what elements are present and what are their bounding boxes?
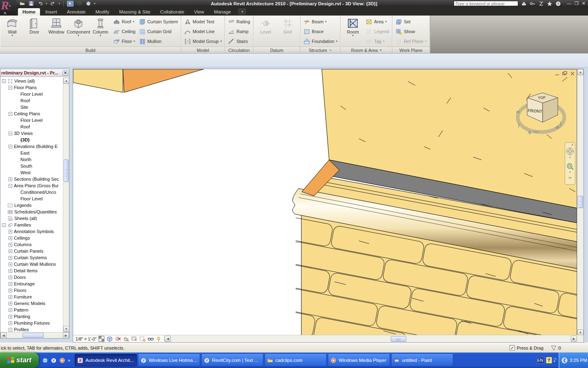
reveal-hidden-icon[interactable] [156,336,162,342]
floor-button[interactable]: Floor▾ [112,38,136,45]
task-cadclips-com[interactable]: cadclips.com [265,354,327,366]
crop-view-icon[interactable] [131,336,137,342]
tree-item-annotation-symbols[interactable]: +Annotation Symbols [0,228,63,235]
collapse-icon[interactable]: − [2,223,6,227]
tree-item-south[interactable]: South [0,163,63,169]
minimize-button[interactable]: — [567,1,571,6]
quick-launch-ie-globe-icon[interactable] [42,357,48,364]
binoculars-icon[interactable] [521,1,527,7]
tree-item-families[interactable]: −Families [0,222,63,228]
box3d-icon[interactable] [85,1,91,7]
expand-icon[interactable]: + [9,243,12,247]
roof-button[interactable]: Roof▾ [112,18,136,26]
model-graphics-style-icon[interactable] [107,336,113,342]
press-and-drag-toggle[interactable]: ✓ Press & Drag [510,345,543,350]
panel-title-model[interactable]: Model [181,47,225,53]
navbar-expand-icon[interactable]: ▾▾ [568,176,571,180]
tree-item-floor-level[interactable]: Floor Level [0,117,63,123]
tab-insert[interactable]: Insert [41,8,62,16]
canvas-horizontal-scrollbar[interactable]: ◀ |||| ▶ [165,336,584,342]
key-icon[interactable] [530,1,536,7]
panel-title-datum[interactable]: Datum [254,47,300,53]
tree-item-sections-building-sec[interactable]: +Sections (Building Sec [0,176,63,182]
steering-wheel-icon[interactable] [566,147,575,156]
redo-icon[interactable] [50,1,56,7]
expand-icon[interactable]: + [9,289,12,292]
undo-icon[interactable] [37,1,43,7]
selection-filter[interactable]: :0 [551,345,561,351]
start-button[interactable]: start [0,352,39,368]
wall-button[interactable]: Wall▾ [1,16,23,47]
model-text-button[interactable]: Model Text [183,18,223,26]
column-button[interactable]: Column▾ [89,16,111,47]
expand-icon[interactable]: + [9,276,12,279]
collapse-icon[interactable]: − [9,184,12,188]
quick-launch-ie-icon[interactable]: e [51,357,57,364]
panel-title-room-area[interactable]: Room & Area▾ [341,47,392,53]
expand-icon[interactable]: + [9,295,12,299]
tree-item-pattern[interactable]: +Pattern [0,307,63,313]
set-button[interactable]: Set [394,18,428,26]
collapse-icon[interactable]: − [9,328,12,332]
star-icon[interactable] [547,1,553,7]
quick-launch-media-icon[interactable] [59,357,65,364]
tree-item-elevations-building-e[interactable]: −Elevations (Building E [0,143,63,150]
detail-level-icon[interactable] [98,336,105,342]
scroll-up-arrow[interactable]: ▲ [63,78,69,84]
collapse-icon[interactable]: − [9,86,12,90]
tree-item-detail-items[interactable]: +Detail Items [0,267,63,274]
help-tray-icon[interactable]: ? [546,357,552,364]
sketch-icon[interactable] [76,1,82,7]
quick-launch-overflow-chevron[interactable]: » [68,358,70,363]
window-button[interactable]: Window [45,16,67,47]
tree-item-3d-views[interactable]: −3D Views [0,130,63,137]
expand-icon[interactable]: + [9,315,12,319]
task-windows-live-hotmail-[interactable]: eWindows Live Hotmail... [138,354,200,366]
model-line-button[interactable]: Model Line [183,28,223,36]
rendering-dialog-icon[interactable] [123,336,129,342]
tree-item-profiles[interactable]: −Profiles [0,326,63,332]
temporary-hide-isolate-icon[interactable] [147,336,154,342]
task-untitled-paint[interactable]: untitled - Paint [391,354,453,366]
project-browser-close-icon[interactable]: ✕ [62,70,68,76]
beam-button[interactable]: Beam▾ [303,18,339,26]
browser-horizontal-scrollbar[interactable]: ◀ ▶ [0,332,69,338]
mullion-button[interactable]: Mullion [138,38,179,45]
tree-item-curtain-systems[interactable]: +Curtain Systems [0,254,63,261]
scroll-thumb[interactable] [22,333,44,338]
collapse-icon[interactable]: − [9,145,12,148]
scroll-thumb[interactable]: |||| [391,336,406,342]
scroll-thumb[interactable]: ─── [64,159,69,182]
room-button[interactable]: Room▾ [342,16,364,47]
tree-item-planting[interactable]: +Planting [0,313,63,320]
wall-fragment-top-left[interactable] [73,69,123,92]
cursor-icon[interactable] [67,1,74,7]
tree-item--3d-[interactable]: {3D} [0,137,63,143]
navbar-wheel-dropdown-icon[interactable]: ▾ [569,156,571,159]
tab-modify[interactable]: Modify [91,8,114,16]
tree-item-area-plans-gross-bui[interactable]: −Area Plans (Gross Bui [0,182,63,189]
ceiling-button[interactable]: Ceiling [112,28,136,36]
zoom-icon[interactable] [566,162,574,171]
expand-icon[interactable]: + [9,308,12,312]
tree-item-site[interactable]: Site [0,104,63,110]
language-indicator[interactable]: EN [536,357,544,364]
curtain-system-button[interactable]: Curtain System [138,18,179,26]
scroll-thumb[interactable]: ─── [578,196,583,208]
area-button[interactable]: Area▾ [365,18,390,26]
expand-icon[interactable]: + [9,269,12,273]
model-group-button[interactable]: Model Group▾ [183,38,223,45]
tree-item-north[interactable]: North [0,156,63,163]
navbar-close-icon[interactable]: ✕ [571,143,574,147]
panel-title-circulation[interactable]: Circulation [225,47,253,53]
tab-annotate[interactable]: Annotate [62,8,90,16]
task-windows-media-player[interactable]: Windows Media Player [328,354,390,366]
hide-icons-chevron[interactable]: ❮ [561,357,568,364]
brace-button[interactable]: Brace [303,28,339,36]
shadows-off-icon[interactable] [115,336,121,342]
tab-view[interactable]: View [189,8,209,16]
canvas-vertical-scrollbar[interactable]: ▲ ─── ▼ [577,69,584,336]
tree-item-plumbing-fixtures[interactable]: +Plumbing Fixtures [0,320,63,326]
redo-dropdown-icon[interactable]: ▾ [59,2,60,5]
tree-item-floors[interactable]: +Floors [0,287,63,294]
